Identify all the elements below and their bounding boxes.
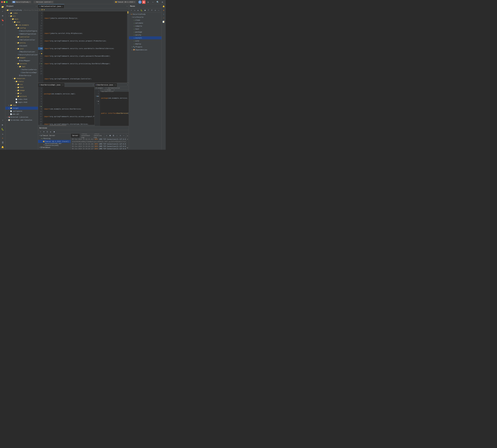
close-button[interactable] xyxy=(1,1,3,3)
rs-plugin2[interactable]: 📝 xyxy=(162,20,165,23)
console-scroll-btn[interactable]: ↓ xyxy=(115,134,118,137)
debug-tool-btn[interactable]: 🐛 xyxy=(0,127,5,131)
more-btn[interactable]: ⋯ xyxy=(151,0,155,4)
services-tool-btn[interactable]: ☁ xyxy=(0,132,5,136)
tree-item-init[interactable]: ▼ 📁 init xyxy=(5,47,38,50)
tree-root[interactable]: ▼ 📁 SecurityStudy ~/Desktop/CS/JavaE xyxy=(5,9,38,12)
mvn-verify[interactable]: ◎ verify xyxy=(129,33,161,36)
tree-item-authsvc[interactable]: C AuthorizeServic xyxy=(5,68,38,71)
tree-item-main[interactable]: ▼ 📁 main xyxy=(5,17,38,20)
mvn-stop[interactable]: ⏹ xyxy=(143,9,146,12)
stop-btn[interactable]: ■ xyxy=(142,0,145,4)
vcs-selector[interactable]: ⑂ Version control ▼ xyxy=(34,1,53,3)
tab-hc-close[interactable]: ✕ xyxy=(62,5,62,7)
tree-item-config[interactable]: ▼ 📁 config xyxy=(5,26,38,29)
crs-up[interactable]: ▲ xyxy=(126,134,129,137)
database-tool-btn[interactable]: 🗄 xyxy=(0,141,5,145)
commit-tool-btn[interactable]: ✓ xyxy=(0,9,5,13)
console-tab-catalina[interactable]: Tomcat Catalina Log xyxy=(92,134,104,138)
tree-item-font[interactable]: ▶ 📁 font xyxy=(5,86,38,89)
tree-item-gitignore[interactable]: 📄 .gitignore xyxy=(5,110,38,112)
tree-item-static[interactable]: ▼ 📁 static xyxy=(5,80,38,83)
mvn-test[interactable]: ◎ test xyxy=(129,28,161,31)
crs-down[interactable]: ▼ xyxy=(126,138,129,141)
tree-item-idea[interactable]: ▶ 📁 .idea xyxy=(5,12,38,15)
tree-item-css[interactable]: ▶ 📁 css xyxy=(5,83,38,86)
tree-item-src[interactable]: ▼ 📁 src xyxy=(5,15,38,17)
tree-item-resources[interactable]: ▼ 📁 resources xyxy=(5,77,38,80)
tree-item-usermapper[interactable]: I UserMapper xyxy=(5,59,38,62)
usi-tab-close[interactable]: ✕ xyxy=(62,84,63,86)
rs-m[interactable]: m xyxy=(162,9,165,12)
user-avatar[interactable]: G xyxy=(138,0,142,4)
console-tab-server[interactable]: Server xyxy=(71,134,80,138)
mvn-lifecycle[interactable]: ▼ ⚙ Lifecycle xyxy=(129,16,161,18)
project-tool-btn[interactable]: 📁 xyxy=(0,5,5,9)
tree-item-impl[interactable]: ▼ 📁 impl xyxy=(5,65,38,68)
tomcat-selector[interactable]: 🐱 Tomcat 10.1.2322 ▼ xyxy=(114,1,136,3)
maximize-button[interactable] xyxy=(6,1,8,3)
svc-localhost[interactable]: ▼ 🔌 @localhost xyxy=(38,149,71,150)
tree-item-test[interactable]: ▶ 📁 test xyxy=(5,104,38,107)
mvn-root[interactable]: ▼ m SecurityStudy xyxy=(129,13,161,16)
settings-btn[interactable]: ⚙ xyxy=(160,0,165,4)
run-tool-btn[interactable]: ▶ xyxy=(0,123,5,127)
notifications-tool-btn[interactable]: 🔔 xyxy=(0,145,5,149)
tree-item-extlibs[interactable]: ▶ 📚 External Libraries xyxy=(5,115,38,119)
mvn-debug[interactable]: 🐛 xyxy=(140,9,143,12)
panel-options-icon[interactable]: ⋯ xyxy=(36,5,37,7)
search-btn[interactable]: 🔍 xyxy=(155,0,160,4)
br-code-lines[interactable]: package com.example.service; public inte… xyxy=(100,92,129,126)
tree-item-js[interactable]: ▶ 📁 js xyxy=(5,92,38,95)
mvn-settings[interactable]: ⚙ xyxy=(154,9,157,12)
console-settings-btn[interactable]: ⚙ xyxy=(119,134,122,137)
mvn-clean[interactable]: ◎ clean xyxy=(129,18,161,22)
rs-intellij[interactable]: i xyxy=(162,13,165,16)
main-code-lines[interactable]: import jakarta.annotation.Resource; impo… xyxy=(43,11,127,83)
tab-hellocontroller[interactable]: C HelloController.java ✕ xyxy=(38,4,64,8)
structure-tool-btn[interactable]: ⊞ xyxy=(0,14,5,18)
tree-item-target[interactable]: ▶ 📁 target xyxy=(5,107,38,110)
tree-item-picture[interactable]: ▶ 📁 picture xyxy=(5,95,38,98)
tree-item-entity[interactable]: ▼ 📁 entity xyxy=(5,41,38,44)
rs-plugin1[interactable]: ⚡ xyxy=(162,16,165,20)
bl-code-lines[interactable]: package com.example.service.impl; import… xyxy=(43,87,94,125)
tree-item-secinit[interactable]: C SecurityInitializer xyxy=(5,53,38,56)
tree-item-webconfig[interactable]: C WebConfiguration xyxy=(5,32,38,35)
mvn-compile[interactable]: ◎ compile xyxy=(129,25,161,28)
mvn-sync[interactable]: ↻ xyxy=(133,9,136,12)
tree-item-maininit[interactable]: C MainInitializer xyxy=(5,50,38,53)
mvn-more[interactable]: ⋯ xyxy=(157,9,160,12)
console-tab-localhost[interactable]: Tomcat Localhost Log xyxy=(80,134,92,138)
project-selector[interactable]: SS SecurityStudy ▼ xyxy=(11,1,31,3)
mvn-run[interactable]: ▶ xyxy=(137,9,140,12)
mvn-prof[interactable]: P xyxy=(150,9,153,12)
bl-scrollbar[interactable] xyxy=(38,125,94,126)
console-more-btn[interactable]: ⋯ xyxy=(122,134,125,137)
tree-item-loginhtml[interactable]: 📄 login.html xyxy=(5,101,38,104)
tree-item-scratches[interactable]: ▶ 📝 Scratches and Consoles xyxy=(5,119,38,122)
mvn-validate[interactable]: ◎ validate xyxy=(129,22,161,25)
tree-item-us[interactable]: I UserService xyxy=(5,74,38,77)
us-tab-close[interactable]: ✕ xyxy=(115,84,116,86)
tree-item-image[interactable]: ▶ 📁 image xyxy=(5,89,38,92)
svc-stop-btn[interactable]: ⏹ xyxy=(53,130,56,133)
svc-war[interactable]: ☁ SecurityStudy.war [Synchronized] xyxy=(38,143,71,146)
svc-filter-btn[interactable]: ☰ xyxy=(46,130,49,133)
crs-trash[interactable]: 🗑 xyxy=(126,146,129,149)
bl-tab-more[interactable]: ⋯ xyxy=(92,84,94,86)
tab-us[interactable]: I UserService.java ✓ ✕ xyxy=(95,83,117,87)
mvn-skip-tests[interactable]: T xyxy=(147,9,150,12)
mvn-dependencies[interactable]: ▶ 📦 Dependencies xyxy=(129,48,161,51)
editor-options[interactable]: ⋯ xyxy=(125,5,129,7)
svc-collapse-btn[interactable]: ▼ xyxy=(42,130,45,133)
mvn-add[interactable]: + xyxy=(130,9,133,12)
tree-item-account[interactable]: C Account xyxy=(5,44,38,47)
mvn-deploy[interactable]: ◎ deploy xyxy=(129,42,161,45)
tree-item-controller[interactable]: ▼ 📁 controller xyxy=(5,35,38,38)
bookmarks-tool-btn[interactable]: 🔖 xyxy=(0,18,5,22)
console-clear-btn[interactable]: 🗑 xyxy=(112,134,115,137)
tree-item-secconfig[interactable]: C SecurityConfigura xyxy=(5,29,38,32)
svc-tomcat-server[interactable]: ▼ 🖥 Tomcat Server xyxy=(38,134,71,137)
mvn-install[interactable]: ◎ install xyxy=(129,36,161,39)
